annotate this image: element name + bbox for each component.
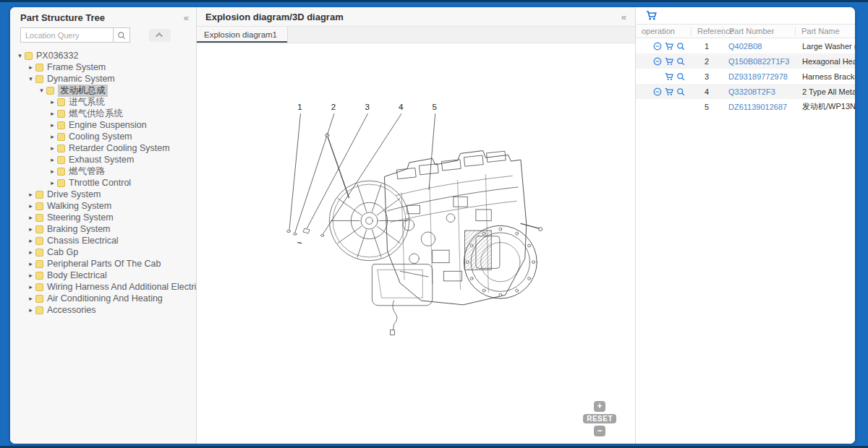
tree-item[interactable]: ▸Engine Suspension	[10, 119, 196, 131]
zoom-out-button[interactable]: −	[594, 426, 605, 436]
tree-item[interactable]: ▸Exhaust System	[10, 154, 196, 165]
tree-arrow-expanded-icon[interactable]: ▾	[16, 52, 24, 59]
tree-item-label[interactable]: 燃气管路	[69, 165, 105, 178]
part-number-link[interactable]: Q150B0822T1F3	[723, 57, 795, 66]
tree-item-label[interactable]: Engine Suspension	[69, 120, 147, 130]
tree-item-label[interactable]: Peripheral Parts Of The Cab	[47, 259, 161, 269]
callout-number[interactable]: 5	[432, 102, 436, 111]
tree-arrow-collapsed-icon[interactable]: ▸	[27, 225, 35, 233]
tree-item[interactable]: ▸Retarder Cooling System	[10, 142, 196, 154]
tree-arrow-collapsed-icon[interactable]: ▸	[48, 168, 56, 175]
callout-number[interactable]: 4	[399, 102, 404, 111]
cart-icon[interactable]	[665, 42, 673, 51]
tree-arrow-collapsed-icon[interactable]: ▸	[48, 179, 56, 186]
remove-icon[interactable]	[653, 87, 662, 96]
tree-item-label[interactable]: Walking System	[47, 201, 111, 211]
tree-item-label[interactable]: Body Electrical	[47, 270, 107, 280]
tree-item[interactable]: ▸Body Electrical	[10, 270, 196, 281]
collapse-left-panel-icon[interactable]: «	[184, 12, 189, 23]
tree-item[interactable]: ▸Throttle Control	[10, 177, 196, 189]
tree-item-label[interactable]: Braking System	[47, 224, 111, 234]
tree-arrow-collapsed-icon[interactable]: ▸	[48, 98, 56, 105]
part-number-link[interactable]: DZ61139012687	[723, 103, 795, 111]
zoom-in-button[interactable]: +	[594, 401, 605, 412]
reset-button[interactable]: RESET	[583, 414, 616, 423]
tree-item-label[interactable]: Exhaust System	[69, 155, 134, 165]
tree-search-button[interactable]	[113, 27, 130, 43]
tree-arrow-collapsed-icon[interactable]: ▸	[48, 145, 56, 152]
tree-arrow-collapsed-icon[interactable]: ▸	[27, 283, 35, 290]
tree-arrow-collapsed-icon[interactable]: ▸	[27, 214, 35, 221]
cart-icon[interactable]	[665, 57, 673, 66]
tree-arrow-expanded-icon[interactable]: ▾	[27, 75, 35, 82]
tree-item[interactable]: ▸Steering System	[10, 212, 196, 223]
collapse-search-button[interactable]	[149, 29, 171, 42]
search-icon[interactable]	[676, 87, 685, 96]
tree-item[interactable]: ▸Braking System	[10, 223, 196, 235]
tree-item[interactable]: ▸Drive System	[10, 189, 196, 200]
search-icon[interactable]	[676, 42, 685, 51]
tree-item-label[interactable]: Cooling System	[69, 132, 132, 142]
collapse-diagram-panel-icon[interactable]: «	[621, 12, 626, 22]
tree-item[interactable]: ▸Air Conditioning And Heating	[10, 293, 196, 304]
tree-arrow-collapsed-icon[interactable]: ▸	[27, 249, 35, 256]
cart-icon[interactable]	[665, 87, 673, 96]
tree-item[interactable]: ▸Cab Gp	[10, 246, 196, 258]
remove-icon[interactable]	[653, 42, 662, 51]
tree-arrow-collapsed-icon[interactable]: ▸	[48, 156, 56, 163]
tree-item[interactable]: ▸Accessories	[10, 304, 196, 316]
tree-item-label[interactable]: Accessories	[47, 305, 95, 315]
part-number-link[interactable]: Q33208T2F3	[723, 87, 795, 96]
tree-item-label[interactable]: Retarder Cooling System	[69, 143, 170, 153]
tree-item-label[interactable]: Steering System	[47, 212, 114, 223]
tree-item[interactable]: ▸Chassis Electrical	[10, 235, 196, 246]
tree-item-label[interactable]: 发动机总成	[58, 85, 108, 97]
tree-item[interactable]: ▾Dynamic System	[10, 73, 196, 85]
callout-number[interactable]: 3	[365, 102, 369, 111]
tree-item[interactable]: ▸燃气管路	[10, 165, 196, 177]
tree-item-label[interactable]: Drive System	[47, 189, 101, 199]
tree-item[interactable]: ▸Cooling System	[10, 131, 196, 142]
cart-icon[interactable]	[646, 10, 657, 21]
tree-item[interactable]: ▸进气系统	[10, 96, 196, 108]
tree-arrow-collapsed-icon[interactable]: ▸	[27, 260, 35, 267]
part-number-link[interactable]: DZ93189772978	[723, 72, 795, 81]
tree-item-label[interactable]: Frame System	[47, 62, 106, 72]
tree-item-label[interactable]: Chassis Electrical	[47, 236, 119, 246]
tree-item-label[interactable]: Dynamic System	[47, 74, 115, 84]
tree-item-label[interactable]: Wiring Harness And Additional Electrical	[47, 282, 196, 292]
tree-arrow-collapsed-icon[interactable]: ▸	[27, 64, 35, 71]
tree-arrow-collapsed-icon[interactable]: ▸	[48, 133, 56, 140]
tree-item[interactable]: ▾发动机总成	[10, 85, 196, 96]
callout-number[interactable]: 2	[331, 102, 336, 111]
tree-item-label[interactable]: 燃气供给系统	[69, 108, 123, 120]
tree-item-label[interactable]: Air Conditioning And Heating	[47, 293, 163, 303]
tree-arrow-collapsed-icon[interactable]: ▸	[27, 202, 35, 210]
tree-arrow-collapsed-icon[interactable]: ▸	[27, 306, 35, 314]
cart-icon[interactable]	[665, 72, 673, 81]
tree-arrow-collapsed-icon[interactable]: ▸	[27, 272, 35, 279]
tree-item[interactable]: ▸Peripheral Parts Of The Cab	[10, 258, 196, 270]
tree-arrow-collapsed-icon[interactable]: ▸	[27, 295, 35, 302]
part-number-link[interactable]: Q402B08	[723, 42, 795, 51]
location-query-input[interactable]	[20, 27, 113, 43]
remove-icon[interactable]	[653, 57, 662, 66]
tree-item-label[interactable]: 进气系统	[69, 96, 105, 108]
tree-arrow-collapsed-icon[interactable]: ▸	[48, 110, 56, 117]
tree-item[interactable]: ▸Frame System	[10, 61, 196, 73]
tab-explosion-diagram1[interactable]: Explosion diagram1	[197, 27, 288, 43]
tree-arrow-expanded-icon[interactable]: ▾	[38, 87, 46, 94]
tree-item[interactable]: ▸燃气供给系统	[10, 108, 196, 119]
tree-arrow-collapsed-icon[interactable]: ▸	[27, 237, 35, 244]
tree-item[interactable]: ▸Wiring Harness And Additional Electrica…	[10, 281, 196, 293]
tree-arrow-collapsed-icon[interactable]: ▸	[27, 191, 35, 198]
tree-item[interactable]: ▾PX036332	[10, 50, 196, 61]
tree-item-label[interactable]: Cab Gp	[47, 247, 78, 257]
diagram-canvas[interactable]: 12345 + RESET −	[197, 43, 635, 444]
tree-arrow-collapsed-icon[interactable]: ▸	[48, 121, 56, 129]
tree-item-label[interactable]: Throttle Control	[69, 178, 131, 188]
callout-number[interactable]: 1	[297, 102, 302, 111]
search-icon[interactable]	[676, 57, 685, 66]
search-icon[interactable]	[676, 72, 685, 81]
tree-item[interactable]: ▸Walking System	[10, 200, 196, 212]
